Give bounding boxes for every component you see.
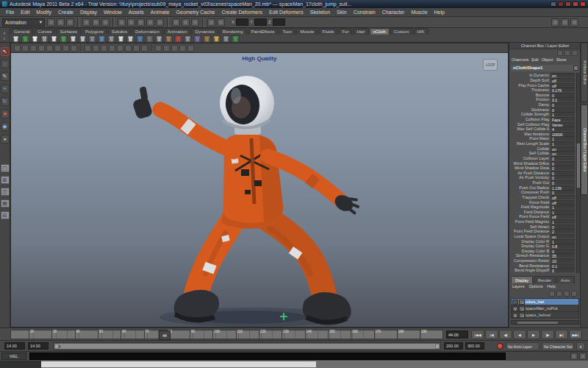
wireframe-icon[interactable]: [85, 45, 91, 52]
shelf-tab-ncloth[interactable]: nCloth: [370, 28, 390, 35]
attribute-value-field[interactable]: 0: [551, 171, 575, 175]
attribute-value-field[interactable]: 2: [551, 229, 575, 233]
snap-point-icon[interactable]: [137, 18, 145, 26]
multisampling-icon[interactable]: [141, 45, 148, 52]
construction-history-icon[interactable]: [191, 18, 199, 26]
layer-editor-menu-layers[interactable]: Layers: [512, 284, 525, 290]
menu-create[interactable]: Create: [55, 9, 76, 15]
shelf-tab-curves[interactable]: Curves: [34, 28, 55, 35]
menu-geometry-cache[interactable]: Geometry Cache: [173, 9, 218, 15]
shelf-icon-8[interactable]: [79, 35, 87, 43]
shelf-icon-19[interactable]: [184, 35, 192, 43]
attribute-value-field[interactable]: 0: [551, 175, 575, 180]
shelf-icon-23[interactable]: [222, 35, 230, 43]
attribute-value-field[interactable]: 35: [551, 253, 575, 258]
persp-outliner-layout-button[interactable]: ◫: [1, 188, 10, 196]
shelf-icon-4[interactable]: [40, 35, 49, 43]
menu-skin[interactable]: Skin: [334, 9, 350, 15]
history-forward-icon[interactable]: [564, 50, 570, 56]
save-scene-icon[interactable]: [66, 18, 74, 26]
menu-skeleton[interactable]: Skeleton: [307, 9, 333, 15]
shelf-icon-22[interactable]: [212, 35, 220, 43]
shelf-icon-17[interactable]: [165, 35, 173, 43]
close-button[interactable]: [580, 1, 586, 7]
grid-icon[interactable]: [22, 45, 29, 52]
menu-character[interactable]: Character: [379, 9, 408, 15]
exposure-icon[interactable]: [171, 45, 178, 52]
attribute-value-field[interactable]: 0: [551, 190, 575, 194]
range-start-handle[interactable]: [54, 344, 59, 349]
attribute-value-field[interactable]: on: [551, 234, 575, 238]
resolution-gate-icon[interactable]: [38, 45, 45, 52]
xray-icon[interactable]: [155, 45, 162, 52]
scale-tool[interactable]: ■: [1, 110, 10, 118]
attribute-value-field[interactable]: 10: [551, 258, 575, 263]
menu-create-deformers[interactable]: Create Deformers: [218, 9, 265, 15]
attribute-value-field[interactable]: 0: [551, 93, 575, 97]
attribute-value-field[interactable]: 0: [551, 156, 575, 160]
attribute-value-field[interactable]: 0: [551, 107, 575, 112]
attribute-value-field[interactable]: 1: [551, 112, 575, 116]
animation-start-field[interactable]: 14.00: [4, 342, 25, 350]
shelf-tab-rendering[interactable]: Rendering: [219, 28, 247, 35]
step-back-frame-button[interactable]: ◀|: [499, 330, 512, 339]
shelf-tab-fluids[interactable]: Fluids: [318, 28, 337, 35]
command-history-icon[interactable]: [579, 353, 587, 360]
viewport-panel[interactable]: High Quality LOOP: [10, 43, 509, 328]
step-back-key-button[interactable]: |◀: [485, 330, 498, 339]
time-slider[interactable]: 2030405060708090100110120130140150160170…: [10, 330, 443, 339]
shelf-tab-toon[interactable]: Toon: [279, 28, 295, 35]
snap-surface-icon[interactable]: [156, 18, 164, 26]
menu-edit[interactable]: Edit: [18, 9, 32, 15]
output-connections-icon[interactable]: [182, 18, 190, 26]
attribute-value-field[interactable]: 1: [551, 141, 575, 146]
lasso-select-tool[interactable]: ◌: [1, 60, 10, 68]
soft-modification-tool[interactable]: ●: [1, 135, 10, 144]
shelf-icon-16[interactable]: [155, 35, 163, 43]
menu-help[interactable]: Help: [431, 9, 448, 15]
snap-curve-icon[interactable]: [127, 18, 135, 26]
shelf-tab-muscle[interactable]: Muscle: [296, 28, 318, 35]
isolate-select-icon[interactable]: [187, 45, 194, 52]
attribute-value-field[interactable]: 0: [551, 166, 575, 170]
coord-field-z[interactable]: [273, 18, 285, 26]
shelf-tab-animation[interactable]: Animation: [164, 28, 191, 35]
screen-space-ao-icon[interactable]: [125, 45, 132, 52]
rotate-tool[interactable]: ↻: [1, 97, 10, 106]
layer-row-spaceman-nopck[interactable]: VspaceMan_noPck: [512, 305, 578, 312]
show-attribute-editor-icon[interactable]: [551, 18, 559, 26]
shelf-icon-9[interactable]: [88, 35, 96, 43]
layer-color-swatch[interactable]: [519, 313, 525, 318]
persp-graph-layout-button[interactable]: ⊟: [1, 211, 10, 219]
film-gate-icon[interactable]: [30, 45, 37, 52]
current-time-marker[interactable]: 44: [159, 330, 171, 340]
shelf-tab-dynamics[interactable]: Dynamics: [191, 28, 218, 35]
attribute-value-field[interactable]: 0: [551, 249, 575, 253]
shelf-tab-custom[interactable]: Custom: [390, 28, 413, 35]
current-frame-field[interactable]: 44.00: [446, 330, 468, 339]
shelf-icon-3[interactable]: [31, 35, 39, 43]
coord-field-y[interactable]: [254, 18, 267, 26]
attribute-value-field[interactable]: 1: [551, 136, 575, 141]
step-forward-frame-button[interactable]: |▶: [541, 330, 554, 339]
four-pane-layout-button[interactable]: ⊞: [1, 176, 10, 184]
motion-blur-icon[interactable]: [133, 45, 140, 52]
universal-manipulator-tool[interactable]: ◆: [1, 122, 10, 131]
menu-edit-deformers[interactable]: Edit Deformers: [266, 9, 306, 15]
attribute-value-field[interactable]: 1.139: [551, 185, 575, 190]
textured-icon[interactable]: [101, 45, 107, 52]
shelf-icon-6[interactable]: [60, 35, 68, 43]
layer-editor-tab-anim[interactable]: Anim: [556, 276, 575, 283]
shelf-tab-subdivs[interactable]: Subdivs: [108, 28, 131, 35]
character-set-dropdown[interactable]: No Character Set: [542, 342, 574, 350]
coord-field-x[interactable]: [236, 18, 248, 26]
side-tab-attribute-editor[interactable]: Attribute Editor: [581, 43, 588, 102]
shelf-icon-24[interactable]: [232, 35, 240, 43]
select-object-icon[interactable]: [92, 18, 100, 26]
shelf-menu-buttons[interactable]: ▾≡: [0, 28, 10, 43]
channel-box-menu-object[interactable]: Object: [542, 57, 553, 64]
attribute-value-field[interactable]: on: [551, 151, 575, 155]
attribute-value-field[interactable]: 0: [551, 102, 575, 107]
astronaut-figure[interactable]: [11, 53, 508, 327]
layer-row-tubes-hair[interactable]: tubes_hair: [512, 299, 578, 305]
